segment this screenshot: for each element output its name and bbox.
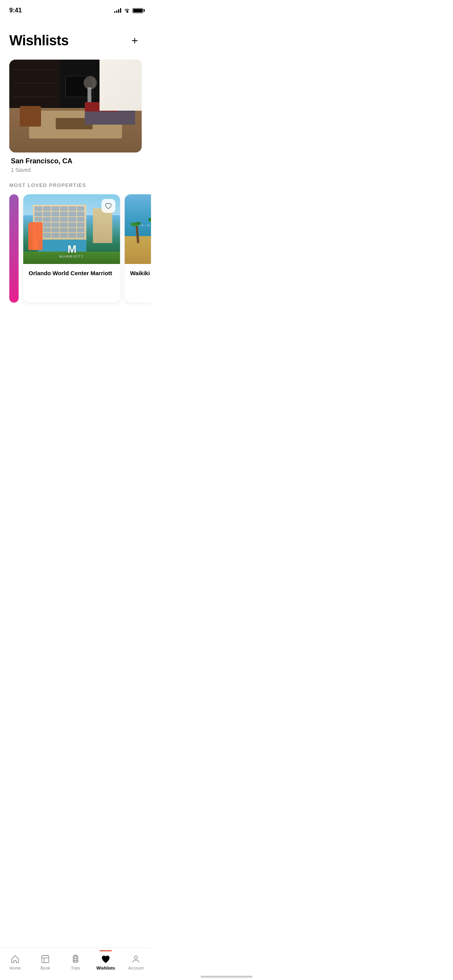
- room-scene: [9, 60, 142, 152]
- battery-icon: [132, 8, 143, 13]
- waikiki-property-name: Waikiki Beach Marriott Resort & Spa: [130, 269, 151, 277]
- most-loved-section-header: MOST LOVED PROPERTIES: [0, 182, 151, 188]
- wishlist-info: San Francisco, CA 1 Saved: [9, 152, 142, 176]
- orlando-property-card[interactable]: M MARRIOTT Orlando World Center Marriott: [23, 194, 120, 303]
- orlando-card-image: M MARRIOTT: [23, 194, 120, 264]
- status-icons: [114, 8, 143, 13]
- orlando-heart-button[interactable]: [101, 199, 115, 213]
- status-time: 9:41: [9, 7, 22, 14]
- wishlist-saved: 1 Saved: [11, 167, 140, 173]
- orlando-marriott-logo: M MARRIOTT: [60, 244, 84, 259]
- page-title: Wishlists: [9, 33, 69, 49]
- partial-property-card[interactable]: [9, 194, 19, 303]
- waikiki-property-info: Waikiki Beach Marriott Resort & Spa: [125, 264, 151, 283]
- wishlist-card[interactable]: San Francisco, CA 1 Saved: [9, 60, 142, 176]
- signal-icon: [114, 8, 121, 13]
- waikiki-property-card[interactable]: M MARRIOTT Waikiki Beach Marriott Resort…: [125, 194, 151, 303]
- waikiki-card-image: M MARRIOTT: [125, 194, 151, 264]
- status-bar: 9:41: [0, 0, 151, 19]
- wishlist-card-image: [9, 60, 142, 152]
- orlando-property-info: Orlando World Center Marriott: [23, 264, 120, 283]
- wishlist-location: San Francisco, CA: [11, 157, 140, 165]
- page-header: Wishlists: [9, 33, 142, 49]
- add-wishlist-button[interactable]: [128, 34, 142, 48]
- waikiki-bg: [125, 194, 151, 264]
- wifi-icon: [124, 8, 130, 13]
- properties-scroll: M MARRIOTT Orlando World Center Marriott: [0, 194, 151, 309]
- orlando-property-name: Orlando World Center Marriott: [29, 269, 115, 277]
